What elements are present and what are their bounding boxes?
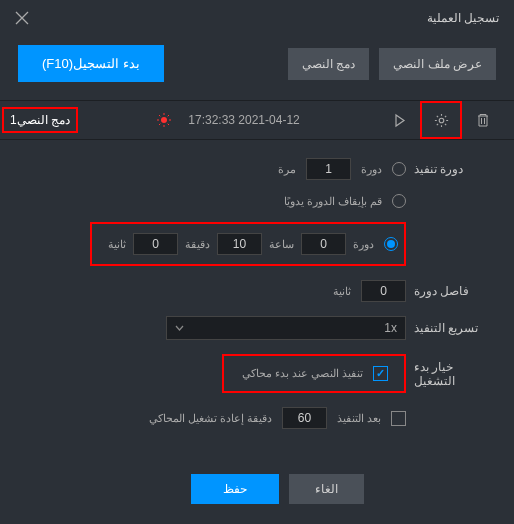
speed-label: تسريع التنفيذ [414,321,494,335]
interval-input[interactable] [361,280,406,302]
svg-point-1 [161,117,167,123]
loop-label: دورة تنفيذ [414,162,494,176]
startup-option-label: تنفيذ النصي عند بدء محاكي [242,367,363,380]
startup-row: خيار بدء التشغيل تنفيذ النصي عند بدء محا… [20,354,494,393]
times-unit: مرة [278,163,296,176]
record-indicator-icon [156,112,172,128]
second-unit: ثانية [108,238,126,251]
start-record-button[interactable]: بدء التسجيل(F10) [18,45,164,82]
speed-select[interactable]: 1x [166,316,406,340]
second-input[interactable] [133,233,178,255]
restart-row: بعد التنفيذ دقيقة إعادة تشغيل المحاكي [20,407,494,429]
timestamp: 2021-04-12 17:32:33 [188,113,299,127]
minute-unit: دقيقة [185,238,210,251]
restart-checkbox[interactable] [391,411,406,426]
gear-icon[interactable] [428,107,454,133]
startup-checkbox[interactable] [373,366,388,381]
title-bar: تسجيل العملية [0,0,514,35]
play-icon[interactable] [386,107,412,133]
save-button[interactable]: حفظ [191,474,279,504]
hour-unit: ساعة [269,238,294,251]
times-input[interactable] [306,158,351,180]
radio-times[interactable] [392,162,406,176]
restart-input[interactable] [282,407,327,429]
loop-row-times: دورة تنفيذ دورة مرة [20,158,494,180]
duration-highlight: دورة ساعة دقيقة ثانية [90,222,406,266]
startup-highlight: تنفيذ النصي عند بدء محاكي [222,354,406,393]
view-file-button[interactable]: عرض ملف النصي [379,48,496,80]
speed-row: تسريع التنفيذ 1x [20,316,494,340]
interval-unit: ثانية [333,285,351,298]
delete-icon[interactable] [470,107,496,133]
merge-script-button[interactable]: دمج النصي [288,48,369,80]
loop-row-manual: قم بإيقاف الدورة يدويًا [20,194,494,208]
script-row: 2021-04-12 17:32:33 دمج النصي1 [0,100,514,140]
interval-row: فاصل دورة ثانية [20,280,494,302]
svg-point-0 [439,118,444,123]
footer-buttons: الغاء حفظ [181,464,374,514]
settings-highlight [420,101,462,139]
radio-duration[interactable] [384,237,398,251]
speed-value: 1x [384,321,397,335]
radio-manual[interactable] [392,194,406,208]
top-button-row: عرض ملف النصي دمج النصي بدء التسجيل(F10) [0,35,514,100]
interval-label: فاصل دورة [414,284,494,298]
script-name[interactable]: دمج النصي1 [10,113,70,127]
loop-row-duration: دورة ساعة دقيقة ثانية [20,222,494,266]
duration-label: دورة [353,238,374,251]
minute-input[interactable] [217,233,262,255]
hour-input[interactable] [301,233,346,255]
cancel-button[interactable]: الغاء [289,474,364,504]
restart-text2: بعد التنفيذ [337,412,381,425]
restart-text1: دقيقة إعادة تشغيل المحاكي [149,412,272,425]
manual-label: قم بإيقاف الدورة يدويًا [284,195,382,208]
times-label: دورة [361,163,382,176]
close-icon[interactable] [15,11,29,25]
window-title: تسجيل العملية [427,11,499,25]
startup-label: خيار بدء التشغيل [414,360,494,388]
form-area: دورة تنفيذ دورة مرة قم بإيقاف الدورة يدو… [0,140,514,451]
chevron-down-icon [175,325,184,331]
script-name-highlight: دمج النصي1 [2,107,78,133]
